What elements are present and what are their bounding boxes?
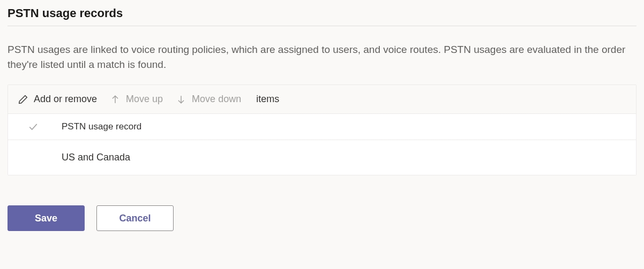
move-up-button[interactable]: Move up [110,94,163,105]
column-header-name[interactable]: PSTN usage record [62,121,626,132]
move-down-label: Move down [192,94,241,105]
page-title: PSTN usage records [8,6,636,26]
select-all-checkbox[interactable] [18,122,62,132]
footer-actions: Save Cancel [8,205,636,231]
items-placeholder: items [256,94,279,105]
move-up-label: Move up [126,94,163,105]
move-down-button[interactable]: Move down [176,94,241,105]
arrow-down-icon [176,94,186,105]
checkmark-icon [28,122,38,132]
save-button[interactable]: Save [8,205,85,231]
row-cell-name: US and Canada [62,152,626,163]
add-or-remove-button[interactable]: Add or remove [18,94,97,105]
toolbar: Add or remove Move up Move down items [8,85,636,114]
records-panel: Add or remove Move up Move down items [8,84,636,175]
add-or-remove-label: Add or remove [34,94,97,105]
cancel-button[interactable]: Cancel [96,205,174,231]
table-header: PSTN usage record [8,114,636,140]
page-description: PSTN usages are linked to voice routing … [8,42,629,72]
table-row[interactable]: US and Canada [8,140,636,175]
pencil-icon [18,94,28,105]
arrow-up-icon [110,94,121,105]
